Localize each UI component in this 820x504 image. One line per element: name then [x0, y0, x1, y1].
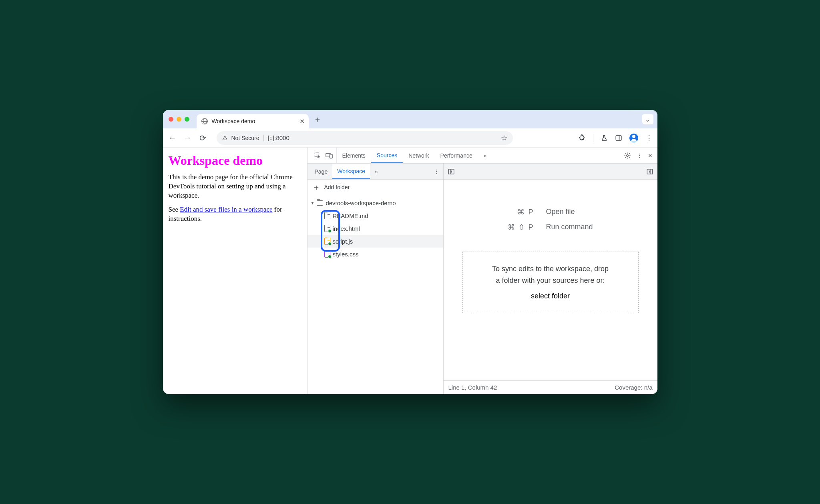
maximize-window-button[interactable] [185, 117, 189, 122]
url-text: [::]:8000 [268, 134, 289, 141]
tree-file-readme[interactable]: README.md [308, 209, 443, 222]
inspect-icon[interactable] [314, 152, 321, 159]
tree-file-script[interactable]: script.js [308, 235, 443, 248]
shortcut-hints: ⌘ P Open file ⌘ ⇧ P Run command [508, 208, 593, 232]
plus-icon: ＋ [312, 182, 320, 193]
browser-tab[interactable]: Workspace demo ✕ [197, 114, 309, 128]
device-toggle-icon[interactable] [325, 152, 333, 159]
close-tab-button[interactable]: ✕ [299, 118, 305, 125]
page-paragraph: This is the demo page for the official C… [169, 173, 301, 200]
editor-toolbar [444, 164, 657, 180]
tab-search-button[interactable]: ⌄ [642, 114, 653, 124]
page-link[interactable]: Edit and save files in a workspace [180, 206, 272, 213]
shortcut-label: Run command [546, 223, 593, 232]
security-chip[interactable]: Not Secure [231, 135, 264, 141]
nav-tab-workspace[interactable]: Workspace [332, 164, 370, 179]
tab-performance[interactable]: Performance [435, 148, 478, 163]
settings-gear-icon[interactable] [624, 152, 631, 159]
disclosure-triangle-icon[interactable]: ▼ [311, 201, 315, 205]
back-button[interactable]: ← [168, 133, 177, 142]
forward-button[interactable]: → [183, 133, 193, 142]
mapped-dot-icon [328, 242, 332, 246]
shortcut-key: ⌘ ⇧ P [508, 223, 534, 232]
browser-menu-button[interactable]: ⋮ [645, 134, 653, 142]
tree-file-styles[interactable]: styles.css [308, 248, 443, 260]
tab-sources[interactable]: Sources [371, 148, 403, 163]
traffic-lights [169, 117, 189, 122]
labs-icon[interactable] [601, 134, 608, 142]
collapse-right-icon[interactable] [646, 168, 653, 175]
minimize-window-button[interactable] [177, 117, 181, 122]
page-see: See Edit and save files in a workspace f… [169, 205, 301, 224]
extensions-icon[interactable] [579, 134, 586, 142]
rendered-page: Workspace demo This is the demo page for… [163, 148, 307, 394]
devtools-menu-button[interactable]: ⋮ [637, 152, 642, 159]
shortcut-key: ⌘ P [508, 208, 534, 216]
tree-folder[interactable]: ▼ devtools-workspace-demo [308, 196, 443, 209]
browser-window: Workspace demo ✕ ＋ ⌄ ← → ⟳ ⚠ Not Secure … [163, 110, 657, 394]
reload-button[interactable]: ⟳ [198, 133, 208, 143]
nav-menu-button[interactable]: ⋮ [430, 164, 443, 179]
content-area: Workspace demo This is the demo page for… [163, 148, 657, 394]
svg-rect-0 [616, 136, 621, 140]
navigator-tabs: Page Workspace » ⋮ [308, 164, 443, 180]
page-heading: Workspace demo [169, 153, 301, 168]
file-tree: ▼ devtools-workspace-demo README.md inde… [308, 195, 443, 262]
shortcut-label: Open file [546, 208, 593, 216]
file-icon [324, 212, 330, 219]
cursor-position: Line 1, Column 42 [448, 384, 497, 391]
select-folder-link[interactable]: select folder [531, 292, 570, 300]
tab-title: Workspace demo [212, 118, 255, 124]
bookmark-star-icon[interactable]: ☆ [501, 134, 507, 142]
titlebar: Workspace demo ✕ ＋ ⌄ [163, 110, 657, 128]
close-devtools-button[interactable]: ✕ [648, 152, 653, 159]
svg-point-4 [626, 154, 628, 156]
mapped-dot-icon [328, 229, 332, 233]
warning-icon: ⚠ [222, 134, 227, 142]
workspace-dropzone[interactable]: To sync edits to the workspace, drop a f… [462, 252, 639, 313]
close-window-button[interactable] [169, 117, 173, 122]
new-tab-button[interactable]: ＋ [312, 114, 323, 125]
nav-more-tabs[interactable]: » [372, 164, 381, 179]
tree-file-index[interactable]: index.html [308, 222, 443, 235]
folder-icon [317, 200, 323, 206]
collapse-left-icon[interactable] [448, 168, 455, 175]
svg-rect-3 [330, 154, 332, 158]
devtools-tabstrip: Elements Sources Network Performance » ⋮… [308, 148, 657, 164]
devtools-panel: Elements Sources Network Performance » ⋮… [307, 148, 657, 394]
side-panel-icon[interactable] [615, 134, 622, 142]
profile-avatar[interactable] [629, 134, 638, 142]
browser-toolbar: ← → ⟳ ⚠ Not Secure [::]:8000 ☆ ⋮ [163, 128, 657, 148]
add-folder-button[interactable]: ＋ Add folder [308, 180, 443, 195]
tab-elements[interactable]: Elements [337, 148, 371, 163]
coverage-status: Coverage: n/a [615, 384, 652, 391]
mapped-dot-icon [328, 255, 332, 258]
omnibox[interactable]: ⚠ Not Secure [::]:8000 ☆ [217, 131, 513, 145]
editor-statusbar: Line 1, Column 42 Coverage: n/a [444, 380, 657, 394]
nav-tab-page[interactable]: Page [310, 164, 333, 179]
sources-editor: ⌘ P Open file ⌘ ⇧ P Run command To sync … [444, 164, 657, 394]
tab-network[interactable]: Network [403, 148, 434, 163]
editor-placeholder: ⌘ P Open file ⌘ ⇧ P Run command To sync … [444, 180, 657, 380]
globe-icon [201, 118, 208, 124]
more-tabs-button[interactable]: » [478, 148, 492, 163]
sources-navigator: Page Workspace » ⋮ ＋ Add folder ▼ devtoo [308, 164, 444, 394]
